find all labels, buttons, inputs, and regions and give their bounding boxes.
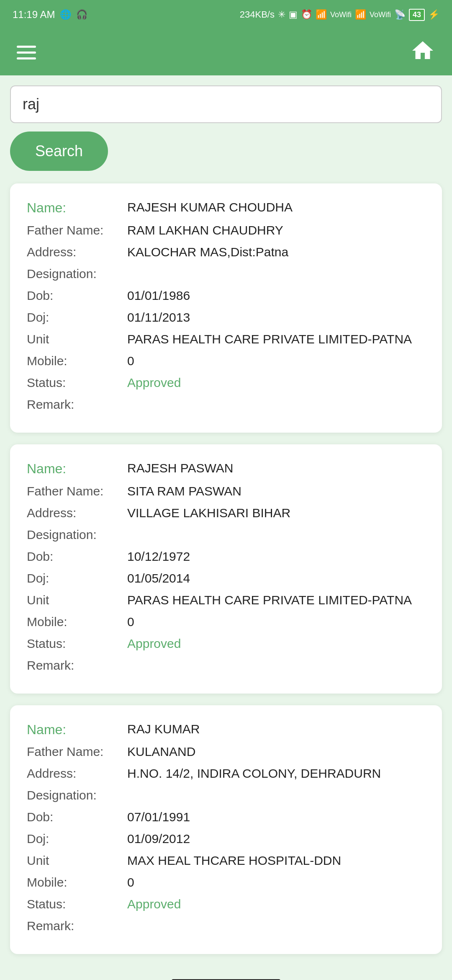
remark-value-3 [127, 917, 425, 935]
father-value-2: SITA RAM PASWAN [127, 482, 425, 500]
result-card-2: Name: RAJESH PASWAN Father Name: SITA RA… [10, 444, 442, 694]
address-value-3: H.NO. 14/2, INDIRA COLONY, DEHRADURN [127, 765, 425, 782]
menu-button[interactable] [17, 46, 36, 59]
remark-label-1: Remark: [27, 396, 127, 413]
mobile-label-1: Mobile: [27, 352, 127, 370]
doj-value-2: 01/05/2014 [127, 570, 425, 587]
unit-row-1: Unit PARAS HEALTH CARE PRIVATE LIMITED-P… [27, 330, 425, 348]
search-input[interactable] [10, 85, 442, 123]
father-row-1: Father Name: RAM LAKHAN CHAUDHRY [27, 222, 425, 239]
mobile-value-3: 0 [127, 874, 425, 891]
mobile-label-3: Mobile: [27, 874, 127, 891]
dob-value-2: 10/12/1972 [127, 548, 425, 565]
mobile-label-2: Mobile: [27, 613, 127, 631]
dob-label-1: Dob: [27, 287, 127, 304]
status-right: 234KB/s ✳ ▣ ⏰ 📶 VoWifi 📶 VoWifi 📡 43 ⚡ [240, 9, 439, 21]
status-left: 11:19 AM 🌐 🎧 [13, 9, 87, 21]
dob-row-1: Dob: 01/01/1986 [27, 287, 425, 304]
status-row-3: Status: Approved [27, 895, 425, 913]
father-row-3: Father Name: KULANAND [27, 743, 425, 761]
mobile-row-2: Mobile: 0 [27, 613, 425, 631]
remark-row-1: Remark: [27, 396, 425, 413]
wifi-icon: 📡 [394, 9, 406, 20]
doj-row-1: Doj: 01/11/2013 [27, 309, 425, 326]
designation-value-3 [127, 787, 425, 804]
dob-value-1: 01/01/1986 [127, 287, 425, 304]
address-value-1: KALOCHAR MAS,Dist:Patna [127, 243, 425, 261]
signal-1-icon: 📶 [316, 9, 327, 20]
remark-value-1 [127, 396, 425, 413]
father-label-3: Father Name: [27, 743, 127, 761]
doj-value-1: 01/11/2013 [127, 309, 425, 326]
bluetooth-icon: ✳ [278, 9, 285, 20]
designation-row-3: Designation: [27, 787, 425, 804]
unit-row-3: Unit MAX HEAL THCARE HOSPITAL-DDN [27, 852, 425, 869]
status-label-1: Status: [27, 374, 127, 392]
remark-value-2 [127, 657, 425, 674]
address-row-1: Address: KALOCHAR MAS,Dist:Patna [27, 243, 425, 261]
designation-row-2: Designation: [27, 526, 425, 544]
headset-icon: 🎧 [76, 9, 87, 20]
unit-row-2: Unit PARAS HEALTH CARE PRIVATE LIMITED-P… [27, 591, 425, 609]
dob-value-3: 07/01/1991 [127, 808, 425, 826]
vowifi-2-icon: VoWifi [370, 10, 391, 19]
unit-label-1: Unit [27, 330, 127, 348]
remark-row-2: Remark: [27, 657, 425, 674]
dob-label-2: Dob: [27, 548, 127, 565]
status-bar: 11:19 AM 🌐 🎧 234KB/s ✳ ▣ ⏰ 📶 VoWifi 📶 Vo… [0, 0, 452, 29]
address-row-2: Address: VILLAGE LAKHISARI BIHAR [27, 504, 425, 522]
result-card-1: Name: RAJESH KUMAR CHOUDHA Father Name: … [10, 183, 442, 433]
status-label-3: Status: [27, 895, 127, 913]
results-area: Name: RAJESH KUMAR CHOUDHA Father Name: … [0, 175, 452, 971]
address-label-1: Address: [27, 243, 127, 261]
designation-label-2: Designation: [27, 526, 127, 544]
alarm-icon: ⏰ [301, 9, 312, 20]
designation-value-1 [127, 265, 425, 283]
address-label-2: Address: [27, 504, 127, 522]
menu-line-3 [17, 57, 36, 59]
name-row-3: Name: RAJ KUMAR [27, 720, 425, 739]
designation-label-3: Designation: [27, 787, 127, 804]
status-value-2: Approved [127, 635, 425, 652]
status-value-3: Approved [127, 895, 425, 913]
search-button[interactable]: Search [10, 132, 108, 171]
mobile-row-3: Mobile: 0 [27, 874, 425, 891]
name-value-1: RAJESH KUMAR CHOUDHA [127, 199, 425, 217]
speed-indicator: 234KB/s [240, 9, 275, 20]
search-area: Search [0, 75, 452, 175]
name-value-3: RAJ KUMAR [127, 720, 425, 739]
designation-label-1: Designation: [27, 265, 127, 283]
designation-row-1: Designation: [27, 265, 425, 283]
doj-label-2: Doj: [27, 570, 127, 587]
father-label-2: Father Name: [27, 482, 127, 500]
name-label-1: Name: [27, 199, 127, 217]
unit-label-3: Unit [27, 852, 127, 869]
sim-icon: ▣ [289, 9, 298, 20]
name-row-2: Name: RAJESH PASWAN [27, 459, 425, 478]
home-icon [410, 38, 435, 63]
status-value-1: Approved [127, 374, 425, 392]
address-value-2: VILLAGE LAKHISARI BIHAR [127, 504, 425, 522]
home-button[interactable] [410, 38, 435, 67]
mobile-value-1: 0 [127, 352, 425, 370]
dob-row-3: Dob: 07/01/1991 [27, 808, 425, 826]
unit-label-2: Unit [27, 591, 127, 609]
doj-row-2: Doj: 01/05/2014 [27, 570, 425, 587]
father-value-3: KULANAND [127, 743, 425, 761]
doj-row-3: Doj: 01/09/2012 [27, 830, 425, 848]
father-value-1: RAM LAKHAN CHAUDHRY [127, 222, 425, 239]
father-row-2: Father Name: SITA RAM PASWAN [27, 482, 425, 500]
status-time: 11:19 AM [13, 9, 55, 21]
remark-label-3: Remark: [27, 917, 127, 935]
designation-value-2 [127, 526, 425, 544]
menu-line-2 [17, 52, 36, 54]
charge-icon: ⚡ [428, 9, 439, 20]
status-label-2: Status: [27, 635, 127, 652]
name-label-2: Name: [27, 459, 127, 478]
vowifi-icon: VoWifi [330, 10, 352, 19]
mobile-row-1: Mobile: 0 [27, 352, 425, 370]
dob-label-3: Dob: [27, 808, 127, 826]
result-card-3: Name: RAJ KUMAR Father Name: KULANAND Ad… [10, 705, 442, 954]
doj-value-3: 01/09/2012 [127, 830, 425, 848]
battery-indicator: 43 [409, 9, 425, 21]
